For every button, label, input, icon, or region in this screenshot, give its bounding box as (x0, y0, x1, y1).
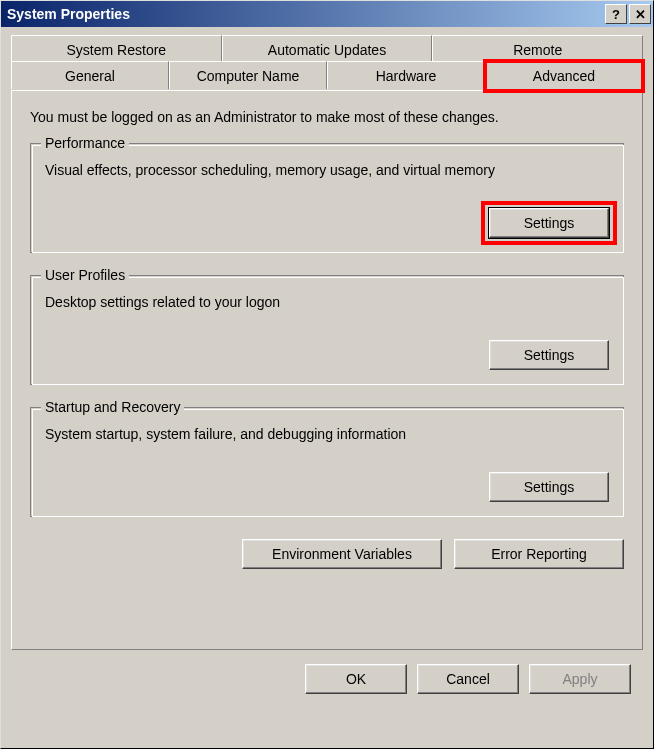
button-label: Error Reporting (491, 546, 587, 562)
close-button[interactable]: ✕ (629, 4, 651, 24)
button-row: Settings (45, 340, 609, 370)
button-label: Cancel (446, 671, 490, 687)
tab-computer-name[interactable]: Computer Name (169, 61, 327, 89)
legend-user-profiles: User Profiles (41, 267, 129, 283)
system-properties-window: System Properties ? ✕ System Restore Aut… (0, 0, 654, 749)
desc-user-profiles: Desktop settings related to your logon (45, 294, 609, 310)
help-icon: ? (612, 7, 620, 22)
button-row: Settings (45, 208, 609, 238)
tab-label: Remote (513, 42, 562, 58)
tab-label: Advanced (533, 68, 595, 84)
close-icon: ✕ (635, 7, 646, 22)
group-startup-recovery: Startup and Recovery System startup, sys… (30, 407, 624, 517)
lower-buttons: Environment Variables Error Reporting (30, 539, 624, 569)
group-performance: Performance Visual effects, processor sc… (30, 143, 624, 253)
environment-variables-button[interactable]: Environment Variables (242, 539, 442, 569)
titlebar-buttons: ? ✕ (605, 4, 651, 24)
button-label: Settings (524, 215, 575, 231)
button-label: Apply (562, 671, 597, 687)
button-label: Settings (524, 479, 575, 495)
tab-label: System Restore (67, 42, 167, 58)
ok-button[interactable]: OK (305, 664, 407, 694)
tab-general[interactable]: General (11, 61, 169, 89)
tab-remote[interactable]: Remote (432, 35, 643, 63)
tab-label: General (65, 68, 115, 84)
legend-startup: Startup and Recovery (41, 399, 184, 415)
button-label: Environment Variables (272, 546, 412, 562)
dialog-button-row: OK Cancel Apply (11, 650, 643, 694)
performance-settings-button[interactable]: Settings (489, 208, 609, 238)
tab-label: Automatic Updates (268, 42, 386, 58)
startup-settings-button[interactable]: Settings (489, 472, 609, 502)
titlebar: System Properties ? ✕ (1, 1, 653, 27)
tab-row-back: System Restore Automatic Updates Remote (11, 35, 643, 63)
error-reporting-button[interactable]: Error Reporting (454, 539, 624, 569)
button-label: Settings (524, 347, 575, 363)
admin-notice: You must be logged on as an Administrato… (30, 109, 624, 125)
desc-performance: Visual effects, processor scheduling, me… (45, 162, 609, 178)
cancel-button[interactable]: Cancel (417, 664, 519, 694)
tab-system-restore[interactable]: System Restore (11, 35, 222, 63)
client-area: System Restore Automatic Updates Remote … (1, 27, 653, 704)
tab-hardware[interactable]: Hardware (327, 61, 485, 89)
tab-row-front: General Computer Name Hardware Advanced (11, 61, 643, 91)
group-user-profiles: User Profiles Desktop settings related t… (30, 275, 624, 385)
button-row: Settings (45, 472, 609, 502)
desc-startup: System startup, system failure, and debu… (45, 426, 609, 442)
tab-automatic-updates[interactable]: Automatic Updates (222, 35, 433, 63)
user-profiles-settings-button[interactable]: Settings (489, 340, 609, 370)
button-label: OK (346, 671, 366, 687)
tab-panel-advanced: You must be logged on as an Administrato… (11, 90, 643, 650)
window-title: System Properties (7, 6, 130, 22)
tab-advanced[interactable]: Advanced (485, 61, 643, 91)
tab-label: Computer Name (197, 68, 300, 84)
apply-button[interactable]: Apply (529, 664, 631, 694)
tab-strip: System Restore Automatic Updates Remote … (11, 35, 643, 91)
help-button[interactable]: ? (605, 4, 627, 24)
highlight-wrap: Settings (489, 208, 609, 238)
tab-label: Hardware (376, 68, 437, 84)
legend-performance: Performance (41, 135, 129, 151)
